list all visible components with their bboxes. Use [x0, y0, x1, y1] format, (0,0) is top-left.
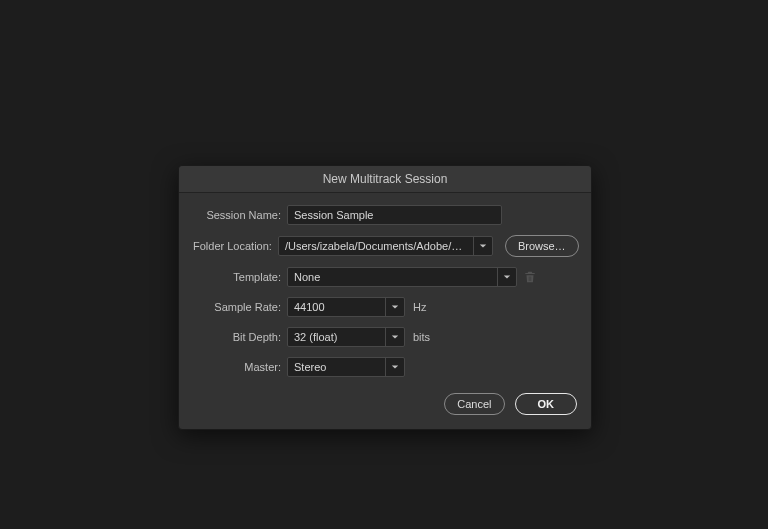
row-folder-location: Folder Location: /Users/izabela/Document…: [193, 235, 577, 257]
trash-icon: [523, 270, 537, 284]
new-multitrack-session-dialog: New Multitrack Session Session Name: Fol…: [178, 165, 592, 430]
row-sample-rate: Sample Rate: 44100 Hz: [193, 297, 577, 317]
master-label: Master:: [193, 361, 281, 373]
chevron-down-icon: [497, 268, 516, 286]
ok-button[interactable]: OK: [515, 393, 578, 415]
cancel-button[interactable]: Cancel: [444, 393, 504, 415]
template-label: Template:: [193, 271, 281, 283]
bit-depth-dropdown[interactable]: 32 (float): [287, 327, 405, 347]
template-value: None: [288, 271, 497, 283]
browse-button[interactable]: Browse…: [505, 235, 579, 257]
session-name-label: Session Name:: [193, 209, 281, 221]
row-template: Template: None: [193, 267, 577, 287]
chevron-down-icon: [473, 237, 492, 255]
chevron-down-icon: [385, 298, 404, 316]
bit-depth-label: Bit Depth:: [193, 331, 281, 343]
dialog-footer: Cancel OK: [179, 387, 591, 429]
dialog-body: Session Name: Folder Location: /Users/iz…: [179, 193, 591, 377]
sample-rate-label: Sample Rate:: [193, 301, 281, 313]
folder-location-dropdown[interactable]: /Users/izabela/Documents/Adobe/Audit…: [278, 236, 493, 256]
sample-rate-value: 44100: [288, 301, 385, 313]
bit-depth-unit: bits: [413, 331, 430, 343]
row-bit-depth: Bit Depth: 32 (float) bits: [193, 327, 577, 347]
master-dropdown[interactable]: Stereo: [287, 357, 405, 377]
dialog-title: New Multitrack Session: [179, 166, 591, 193]
row-session-name: Session Name:: [193, 205, 577, 225]
row-master: Master: Stereo: [193, 357, 577, 377]
sample-rate-dropdown[interactable]: 44100: [287, 297, 405, 317]
template-dropdown[interactable]: None: [287, 267, 517, 287]
sample-rate-unit: Hz: [413, 301, 426, 313]
folder-location-label: Folder Location:: [193, 240, 272, 252]
master-value: Stereo: [288, 361, 385, 373]
chevron-down-icon: [385, 328, 404, 346]
folder-location-value: /Users/izabela/Documents/Adobe/Audit…: [279, 240, 473, 252]
chevron-down-icon: [385, 358, 404, 376]
bit-depth-value: 32 (float): [288, 331, 385, 343]
session-name-input[interactable]: [287, 205, 502, 225]
